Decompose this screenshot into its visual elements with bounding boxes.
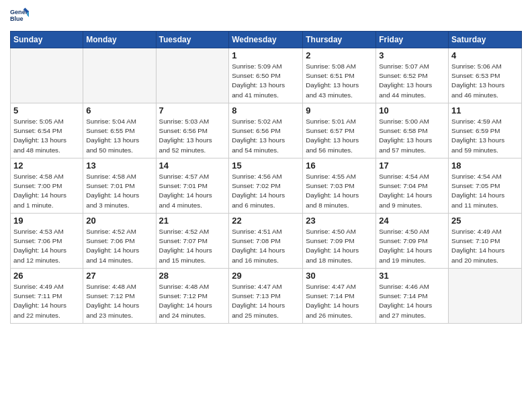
weekday-header-thursday: Thursday: [303, 32, 376, 48]
calendar-cell: 31Sunrise: 4:46 AMSunset: 7:14 PMDayligh…: [376, 269, 449, 324]
day-number: 23: [306, 216, 373, 226]
calendar-cell: 30Sunrise: 4:47 AMSunset: 7:14 PMDayligh…: [303, 269, 376, 324]
day-info: Sunrise: 5:09 AMSunset: 6:50 PMDaylight:…: [232, 62, 300, 100]
day-info: Sunrise: 4:57 AMSunset: 7:01 PMDaylight:…: [159, 172, 226, 210]
calendar-cell: 23Sunrise: 4:50 AMSunset: 7:09 PMDayligh…: [303, 214, 376, 269]
day-info: Sunrise: 5:01 AMSunset: 6:57 PMDaylight:…: [306, 117, 373, 155]
calendar-cell: 4Sunrise: 5:06 AMSunset: 6:53 PMDaylight…: [449, 48, 522, 103]
day-number: 3: [379, 50, 445, 60]
day-number: 8: [232, 105, 300, 116]
day-number: 31: [379, 271, 445, 281]
day-number: 11: [451, 105, 519, 116]
day-number: 19: [13, 216, 80, 226]
day-number: 9: [306, 105, 373, 116]
day-number: 25: [451, 216, 519, 226]
logo-icon: General Blue: [10, 7, 29, 26]
weekday-header-tuesday: Tuesday: [156, 32, 229, 48]
day-number: 14: [159, 161, 226, 171]
day-number: 24: [379, 216, 445, 226]
calendar-week-row: 19Sunrise: 4:53 AMSunset: 7:06 PMDayligh…: [11, 214, 522, 269]
day-info: Sunrise: 4:54 AMSunset: 7:04 PMDaylight:…: [379, 172, 445, 210]
calendar-cell: 12Sunrise: 4:58 AMSunset: 7:00 PMDayligh…: [11, 158, 83, 214]
day-info: Sunrise: 4:53 AMSunset: 7:06 PMDaylight:…: [13, 227, 80, 265]
calendar-week-row: 26Sunrise: 4:49 AMSunset: 7:11 PMDayligh…: [11, 269, 522, 324]
calendar-cell: 8Sunrise: 5:02 AMSunset: 6:56 PMDaylight…: [229, 103, 303, 158]
calendar-header-row: SundayMondayTuesdayWednesdayThursdayFrid…: [11, 32, 522, 48]
calendar-cell: 18Sunrise: 4:54 AMSunset: 7:05 PMDayligh…: [449, 158, 522, 214]
day-info: Sunrise: 4:52 AMSunset: 7:06 PMDaylight:…: [86, 227, 152, 265]
weekday-header-sunday: Sunday: [11, 32, 83, 48]
weekday-header-monday: Monday: [83, 32, 156, 48]
calendar-week-row: 1Sunrise: 5:09 AMSunset: 6:50 PMDaylight…: [11, 48, 522, 103]
day-number: 22: [232, 216, 300, 226]
calendar-cell: 20Sunrise: 4:52 AMSunset: 7:06 PMDayligh…: [83, 214, 156, 269]
calendar-cell: 15Sunrise: 4:56 AMSunset: 7:02 PMDayligh…: [229, 158, 303, 214]
day-info: Sunrise: 4:46 AMSunset: 7:14 PMDaylight:…: [379, 282, 445, 320]
day-info: Sunrise: 4:50 AMSunset: 7:09 PMDaylight:…: [379, 227, 445, 265]
calendar-cell: [83, 48, 156, 103]
calendar-cell: 5Sunrise: 5:05 AMSunset: 6:54 PMDaylight…: [11, 103, 83, 158]
day-number: 10: [379, 105, 445, 116]
day-number: 6: [86, 105, 152, 116]
day-number: 13: [86, 161, 152, 171]
day-number: 2: [306, 50, 373, 60]
day-info: Sunrise: 4:54 AMSunset: 7:05 PMDaylight:…: [451, 172, 519, 210]
day-number: 16: [306, 161, 373, 171]
calendar-cell: 13Sunrise: 4:58 AMSunset: 7:01 PMDayligh…: [83, 158, 156, 214]
day-number: 5: [13, 105, 80, 116]
weekday-header-friday: Friday: [376, 32, 449, 48]
day-info: Sunrise: 5:04 AMSunset: 6:55 PMDaylight:…: [86, 117, 152, 155]
calendar-cell: [156, 48, 229, 103]
calendar-cell: 14Sunrise: 4:57 AMSunset: 7:01 PMDayligh…: [156, 158, 229, 214]
day-number: 29: [232, 271, 300, 281]
day-info: Sunrise: 5:05 AMSunset: 6:54 PMDaylight:…: [13, 117, 80, 155]
calendar-cell: 24Sunrise: 4:50 AMSunset: 7:09 PMDayligh…: [376, 214, 449, 269]
day-info: Sunrise: 5:03 AMSunset: 6:56 PMDaylight:…: [159, 117, 226, 155]
calendar-cell: 17Sunrise: 4:54 AMSunset: 7:04 PMDayligh…: [376, 158, 449, 214]
day-number: 15: [232, 161, 300, 171]
day-info: Sunrise: 5:06 AMSunset: 6:53 PMDaylight:…: [451, 62, 519, 100]
day-info: Sunrise: 4:48 AMSunset: 7:12 PMDaylight:…: [86, 282, 152, 320]
day-info: Sunrise: 5:08 AMSunset: 6:51 PMDaylight:…: [306, 62, 373, 100]
calendar-week-row: 5Sunrise: 5:05 AMSunset: 6:54 PMDaylight…: [11, 103, 522, 158]
calendar-cell: 11Sunrise: 4:59 AMSunset: 6:59 PMDayligh…: [449, 103, 522, 158]
calendar-week-row: 12Sunrise: 4:58 AMSunset: 7:00 PMDayligh…: [11, 158, 522, 214]
day-number: 7: [159, 105, 226, 116]
calendar-table: SundayMondayTuesdayWednesdayThursdayFrid…: [10, 31, 522, 324]
day-info: Sunrise: 4:56 AMSunset: 7:02 PMDaylight:…: [232, 172, 300, 210]
svg-text:Blue: Blue: [10, 15, 24, 22]
weekday-header-saturday: Saturday: [449, 32, 522, 48]
calendar-cell: 2Sunrise: 5:08 AMSunset: 6:51 PMDaylight…: [303, 48, 376, 103]
day-number: 18: [451, 161, 519, 171]
day-info: Sunrise: 4:58 AMSunset: 7:00 PMDaylight:…: [13, 172, 80, 210]
day-info: Sunrise: 4:55 AMSunset: 7:03 PMDaylight:…: [306, 172, 373, 210]
day-number: 28: [159, 271, 226, 281]
day-number: 30: [306, 271, 373, 281]
calendar-cell: 6Sunrise: 5:04 AMSunset: 6:55 PMDaylight…: [83, 103, 156, 158]
calendar-cell: 25Sunrise: 4:49 AMSunset: 7:10 PMDayligh…: [449, 214, 522, 269]
calendar-cell: 10Sunrise: 5:00 AMSunset: 6:58 PMDayligh…: [376, 103, 449, 158]
day-info: Sunrise: 4:47 AMSunset: 7:13 PMDaylight:…: [232, 282, 300, 320]
day-info: Sunrise: 4:49 AMSunset: 7:10 PMDaylight:…: [451, 227, 519, 265]
calendar-cell: 19Sunrise: 4:53 AMSunset: 7:06 PMDayligh…: [11, 214, 83, 269]
day-info: Sunrise: 5:00 AMSunset: 6:58 PMDaylight:…: [379, 117, 445, 155]
calendar-cell: 27Sunrise: 4:48 AMSunset: 7:12 PMDayligh…: [83, 269, 156, 324]
day-info: Sunrise: 4:59 AMSunset: 6:59 PMDaylight:…: [451, 117, 519, 155]
day-number: 17: [379, 161, 445, 171]
day-number: 4: [451, 50, 519, 60]
day-number: 12: [13, 161, 80, 171]
calendar-cell: 22Sunrise: 4:51 AMSunset: 7:08 PMDayligh…: [229, 214, 303, 269]
day-info: Sunrise: 5:07 AMSunset: 6:52 PMDaylight:…: [379, 62, 445, 100]
day-info: Sunrise: 4:51 AMSunset: 7:08 PMDaylight:…: [232, 227, 300, 265]
calendar-cell: 28Sunrise: 4:48 AMSunset: 7:12 PMDayligh…: [156, 269, 229, 324]
calendar-cell: 7Sunrise: 5:03 AMSunset: 6:56 PMDaylight…: [156, 103, 229, 158]
day-info: Sunrise: 4:58 AMSunset: 7:01 PMDaylight:…: [86, 172, 152, 210]
calendar-cell: [11, 48, 83, 103]
day-number: 26: [13, 271, 80, 281]
calendar-cell: 3Sunrise: 5:07 AMSunset: 6:52 PMDaylight…: [376, 48, 449, 103]
weekday-header-wednesday: Wednesday: [229, 32, 303, 48]
day-number: 21: [159, 216, 226, 226]
calendar-cell: 9Sunrise: 5:01 AMSunset: 6:57 PMDaylight…: [303, 103, 376, 158]
calendar-cell: 21Sunrise: 4:52 AMSunset: 7:07 PMDayligh…: [156, 214, 229, 269]
day-number: 1: [232, 50, 300, 60]
